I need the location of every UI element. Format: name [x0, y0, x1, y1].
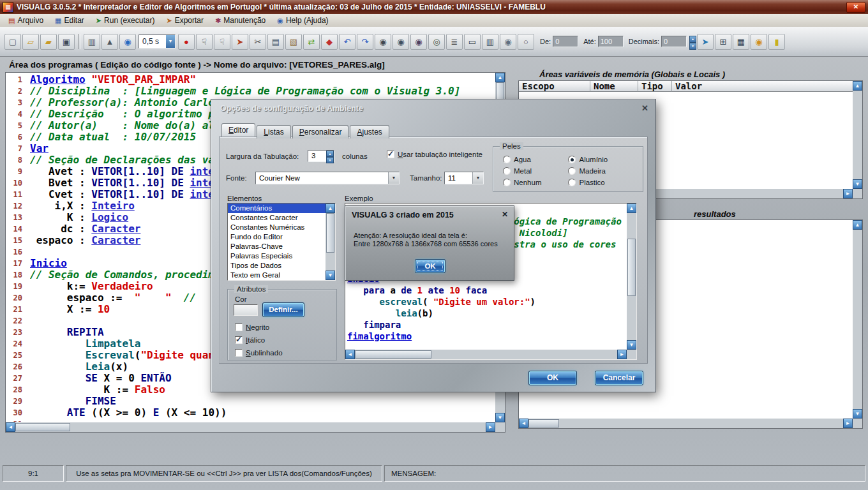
scroll-down-icon[interactable]: ▼ [495, 413, 505, 422]
checkbox-checked-icon[interactable] [387, 151, 394, 158]
scroll-track[interactable] [627, 213, 636, 340]
menu-item-editar[interactable]: ▦Editar [49, 15, 90, 26]
spinner-arrows[interactable]: ▲▼ [326, 151, 334, 161]
copy-button[interactable]: ▤ [267, 34, 284, 50]
decimais-input[interactable] [661, 36, 687, 47]
spin-up-icon[interactable]: ▲ [689, 36, 696, 43]
undo-button[interactable]: ↶ [339, 34, 355, 50]
search-values-button[interactable]: ○ [518, 34, 534, 50]
checkbox-unchecked-icon[interactable] [235, 349, 243, 357]
zoom-page-button[interactable]: ◉ [500, 34, 516, 50]
scroll-down-icon[interactable]: ▼ [627, 340, 636, 350]
negrito-checkbox[interactable]: Negrito [235, 323, 269, 331]
scroll-up-icon[interactable]: ▲ [326, 204, 335, 213]
pele-option-madeira[interactable]: Madeira [568, 165, 608, 177]
scroll-track[interactable] [853, 230, 862, 409]
menu-item-run[interactable]: ➤Run (executar) [90, 15, 161, 26]
definir-button[interactable]: Definir... [263, 303, 304, 316]
preview-vertical-scrollbar[interactable]: ▲ ▼ [627, 204, 636, 350]
close-button[interactable]: ✕ [846, 2, 865, 13]
fonte-combobox[interactable]: Courier New ▼ [255, 172, 400, 184]
scroll-down-icon[interactable]: ▼ [853, 179, 862, 189]
scroll-down-icon[interactable]: ▼ [853, 409, 862, 419]
scroll-thumb[interactable] [528, 419, 559, 427]
dialog-ok-button[interactable]: OK [529, 371, 576, 385]
scroll-track[interactable] [853, 91, 862, 179]
preview-horizontal-scrollbar[interactable]: ◄ ► [345, 350, 627, 359]
tab-ajustes[interactable]: Ajustes [350, 125, 389, 138]
column-header-valor[interactable]: Valor [672, 81, 853, 92]
smart-tab-checkbox[interactable]: Usar tabulação inteligente [387, 151, 483, 158]
cut-button[interactable]: ✂ [250, 34, 266, 50]
paste-button[interactable]: ▧ [285, 34, 302, 50]
web-update-button[interactable]: ◉ [119, 34, 136, 50]
color-swatch[interactable] [234, 304, 258, 316]
italico-checkbox[interactable]: Itálico [235, 336, 265, 344]
menu-item-exportar[interactable]: ➤Exportar [160, 15, 209, 26]
scroll-right-icon[interactable]: ► [843, 419, 853, 428]
elementos-item[interactable]: Comentários [228, 204, 326, 213]
calculator-button[interactable]: ⊞ [715, 34, 731, 50]
redo-button[interactable]: ↷ [357, 34, 373, 50]
scroll-up-icon[interactable]: ▲ [853, 81, 862, 91]
pele-option-plastico[interactable]: Plastico [568, 177, 608, 188]
scroll-up-icon[interactable]: ▲ [627, 204, 636, 213]
find-previous-button[interactable]: ◉ [410, 34, 427, 50]
scroll-right-icon[interactable]: ► [617, 350, 627, 359]
swap-colors-button[interactable]: ⇄ [303, 34, 320, 50]
memory-vertical-scrollbar[interactable]: ▲ ▼ [853, 81, 862, 189]
pele-option-agua[interactable]: Agua [503, 154, 541, 165]
results-vertical-scrollbar[interactable]: ▲ ▼ [853, 220, 862, 419]
sublinhado-checkbox[interactable]: Sublinhado [235, 349, 283, 357]
scroll-thumb[interactable] [355, 350, 431, 359]
scroll-thumb[interactable] [15, 423, 70, 431]
new-file-button[interactable]: ▢ [4, 34, 21, 50]
print-button[interactable]: ▥ [84, 34, 100, 50]
list-vertical-scrollbar[interactable]: ▲ ▼ [326, 204, 335, 280]
ascii-table-button[interactable]: ▦ [733, 34, 749, 50]
scroll-thumb[interactable] [627, 239, 636, 296]
scroll-down-icon[interactable]: ▼ [326, 271, 335, 280]
elementos-item[interactable]: Constantes Numéricas [228, 223, 326, 232]
elementos-item[interactable]: Fundo do Editor [228, 232, 326, 242]
dropdown-arrow-icon[interactable]: ▼ [388, 172, 399, 184]
menu-item-manutencao[interactable]: ✱Manutenção [209, 15, 271, 26]
dropdown-arrow-icon[interactable]: ▼ [472, 172, 483, 184]
spin-down-icon[interactable]: ▼ [326, 157, 334, 163]
scroll-left-icon[interactable]: ◄ [6, 422, 15, 432]
scroll-right-icon[interactable]: ► [843, 189, 853, 198]
print-code-button[interactable]: ▥ [482, 34, 498, 50]
checkbox-checked-icon[interactable] [235, 336, 243, 344]
scroll-track[interactable] [355, 350, 617, 359]
decimais-spinner[interactable]: ▲ ▼ [689, 36, 696, 47]
scroll-track[interactable] [528, 419, 843, 428]
results-horizontal-scrollbar[interactable]: ◄ ► [519, 419, 853, 428]
run-to-line-button[interactable]: ➤ [232, 34, 248, 50]
find-next-button[interactable]: ◉ [393, 34, 409, 50]
dos-console-button[interactable]: ▭ [464, 34, 481, 50]
save-file-button[interactable]: ▣ [58, 34, 75, 50]
scroll-left-icon[interactable]: ◄ [345, 350, 355, 359]
scroll-right-icon[interactable]: ► [486, 422, 495, 432]
highlight-marker-button[interactable]: ◆ [321, 34, 338, 50]
elementos-item[interactable]: Texto em Geral [228, 271, 326, 280]
dialog-close-button[interactable]: ✕ [641, 103, 648, 113]
spin-down-icon[interactable]: ▼ [689, 43, 696, 50]
editor-horizontal-scrollbar[interactable]: ◄ ► [6, 422, 495, 432]
pele-option-alumínio[interactable]: Alumínio [568, 154, 608, 165]
spin-up-icon[interactable]: ▲ [326, 151, 334, 157]
column-header-tipo[interactable]: Tipo [638, 81, 672, 92]
ate-input[interactable] [598, 36, 624, 47]
scroll-track[interactable] [15, 422, 486, 432]
elementos-listbox[interactable]: ComentáriosConstantes CaracterConstantes… [227, 203, 336, 281]
elementos-item[interactable]: Tipos de Dados [228, 261, 326, 271]
indent-block-button[interactable]: ≣ [446, 34, 463, 50]
elementos-item[interactable]: Constantes Caracter [228, 213, 326, 223]
save-as-button[interactable]: ▰ [40, 34, 57, 50]
scroll-up-icon[interactable]: ▲ [853, 220, 862, 230]
checkbox-unchecked-icon[interactable] [235, 323, 243, 331]
menu-item-arquivo[interactable]: ▤Arquivo [3, 15, 49, 26]
tab-listas[interactable]: Listas [257, 125, 290, 138]
record-macro-button[interactable]: ● [178, 34, 195, 50]
step-run-button[interactable]: ☟ [196, 34, 213, 50]
